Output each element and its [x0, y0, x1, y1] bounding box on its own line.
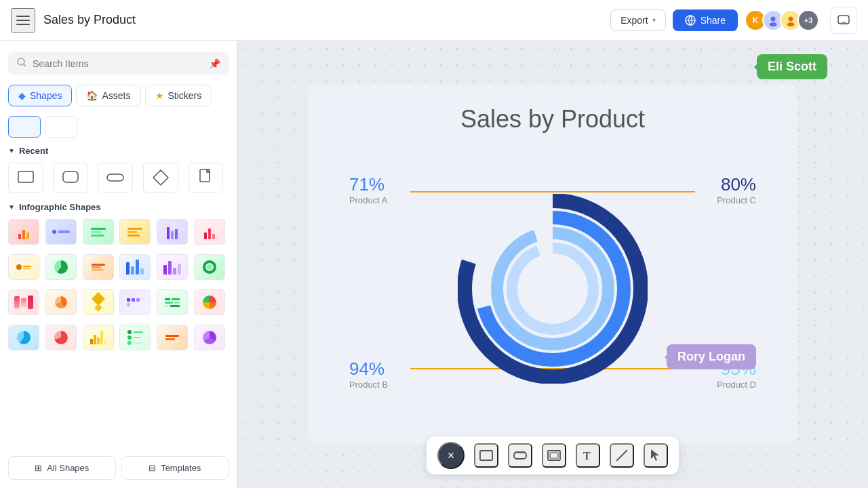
rounded-rect-tool[interactable]	[508, 443, 532, 468]
main-layout: 📌 ◆ Shapes 🏠 Assets ★ Stickers ▼	[0, 41, 868, 488]
pointer-tool[interactable]	[644, 443, 668, 468]
svg-point-6	[789, 16, 793, 21]
stickers-icon: ★	[155, 90, 164, 101]
infographic-grid-1	[8, 219, 229, 245]
infographic-item-22[interactable]	[119, 325, 151, 350]
infographic-item-10[interactable]	[119, 254, 151, 280]
bottom-toolbar: × T	[427, 436, 679, 474]
shape-rounded-rectangle[interactable]	[53, 163, 88, 192]
rectangle-tool[interactable]	[474, 443, 498, 468]
assets-icon: 🏠	[86, 90, 98, 101]
infographic-section-header[interactable]: ▼ Infographic Shapes	[8, 202, 229, 212]
infographic-item-6[interactable]	[194, 219, 225, 245]
svg-rect-20	[480, 451, 492, 460]
svg-rect-2	[16, 24, 30, 25]
infographic-grid-3	[8, 289, 229, 315]
product-a-label: 71% Product A	[349, 174, 387, 205]
svg-marker-27	[651, 449, 659, 461]
all-shapes-button[interactable]: ⊞ All Shapes	[8, 456, 116, 480]
infographic-item-1[interactable]	[8, 219, 39, 245]
shape-diamond[interactable]	[143, 163, 178, 192]
infographic-item-5[interactable]	[157, 219, 188, 245]
infographic-item-13[interactable]	[8, 289, 39, 315]
donut-svg	[458, 194, 648, 384]
svg-point-19	[512, 248, 593, 329]
line-tool[interactable]	[610, 443, 634, 468]
tab-stickers[interactable]: ★ Stickers	[145, 85, 212, 106]
text-tool[interactable]: T	[576, 443, 600, 468]
templates-button[interactable]: ⊟ Templates	[121, 456, 229, 480]
infographic-item-20[interactable]	[45, 325, 77, 350]
shape-rectangle[interactable]	[8, 163, 43, 192]
canvas-area[interactable]: Eli Scott Sales by Product 71% Product A…	[237, 41, 868, 488]
search-bar: 📌	[8, 52, 229, 75]
infographic-item-15[interactable]	[83, 289, 114, 315]
svg-rect-1	[16, 20, 30, 21]
menu-button[interactable]	[11, 8, 35, 33]
product-c-label: 80% Product C	[717, 174, 756, 205]
shape-document[interactable]	[188, 163, 223, 192]
globe-icon	[685, 15, 696, 26]
frame-icon	[547, 448, 561, 463]
infographic-item-2[interactable]	[45, 219, 77, 245]
product-a-value: 71%	[349, 174, 387, 195]
export-label: Export	[620, 15, 648, 26]
chevron-down-icon: ▾	[652, 16, 656, 24]
svg-rect-24	[550, 453, 558, 458]
infographic-item-18[interactable]	[194, 289, 225, 315]
header: Sales by Product Export ▾ Share K +3	[0, 0, 868, 41]
infographic-item-23[interactable]	[157, 325, 188, 350]
infographic-item-16[interactable]	[119, 289, 151, 315]
svg-line-26	[616, 450, 627, 461]
tab-assets[interactable]: 🏠 Assets	[76, 85, 140, 106]
close-button[interactable]: ×	[437, 442, 465, 469]
product-b-label: 94% Product B	[349, 359, 388, 390]
header-actions: Export ▾ Share K +3	[610, 9, 819, 31]
infographic-item-8[interactable]	[45, 254, 77, 280]
stickers-label: Stickers	[168, 90, 202, 101]
infographic-item-21[interactable]	[83, 325, 114, 350]
recent-section-header[interactable]: ▼ Recent	[8, 146, 229, 156]
toggle-list[interactable]	[45, 116, 77, 138]
eli-scott-tooltip: Eli Scott	[757, 54, 827, 79]
caret-down-icon-2: ▼	[8, 203, 15, 211]
search-input[interactable]	[33, 58, 203, 69]
toggle-grid[interactable]	[8, 116, 41, 138]
svg-line-10	[24, 64, 26, 67]
infographic-item-11[interactable]	[157, 254, 188, 280]
sidebar: 📌 ◆ Shapes 🏠 Assets ★ Stickers ▼	[0, 41, 237, 488]
shapes-label: Shapes	[30, 90, 62, 101]
svg-point-4	[771, 16, 776, 21]
shape-pill[interactable]	[98, 163, 133, 192]
infographic-item-3[interactable]	[83, 219, 114, 245]
rory-logan-name: Rory Logan	[677, 350, 745, 364]
svg-point-5	[770, 22, 777, 26]
templates-icon: ⊟	[149, 463, 156, 473]
product-d-name: Product D	[717, 380, 756, 390]
infographic-item-12[interactable]	[194, 254, 225, 280]
export-button[interactable]: Export ▾	[610, 9, 665, 31]
infographic-item-9[interactable]	[83, 254, 114, 280]
infographic-item-4[interactable]	[119, 219, 151, 245]
infographic-item-7[interactable]	[8, 254, 39, 280]
recent-shapes-grid	[8, 163, 229, 192]
product-b-value: 94%	[349, 359, 388, 380]
svg-rect-13	[107, 174, 123, 181]
infographic-item-17[interactable]	[157, 289, 188, 315]
product-b-name: Product B	[349, 380, 388, 390]
recent-label: Recent	[19, 146, 48, 156]
rounded-rect-icon	[513, 448, 528, 463]
toggle-row	[8, 116, 229, 138]
caret-down-icon: ▼	[8, 147, 15, 155]
infographic-item-19[interactable]	[8, 325, 39, 350]
infographic-item-14[interactable]	[45, 289, 77, 315]
comment-button[interactable]	[830, 7, 857, 34]
tab-shapes[interactable]: ◆ Shapes	[8, 85, 72, 106]
frame-tool[interactable]	[542, 443, 566, 468]
infographic-grid-4	[8, 325, 229, 350]
infographic-item-24[interactable]	[194, 325, 225, 350]
avatar-count: +3	[797, 9, 819, 31]
share-button[interactable]: Share	[673, 9, 738, 31]
assets-label: Assets	[102, 90, 130, 101]
infographic-grid-2	[8, 254, 229, 280]
